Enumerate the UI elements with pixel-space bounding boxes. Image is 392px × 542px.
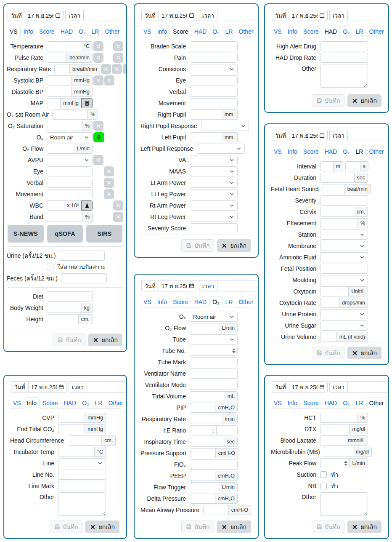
cervix-input[interactable] bbox=[320, 207, 354, 217]
tab-other[interactable]: Other bbox=[236, 296, 256, 307]
tab-info[interactable]: Info bbox=[285, 397, 300, 409]
date-value-input[interactable] bbox=[28, 12, 53, 19]
band-input[interactable] bbox=[47, 212, 82, 222]
tab-info[interactable]: Info bbox=[285, 146, 300, 157]
tab-had[interactable]: HAD bbox=[322, 146, 340, 157]
tube-no-input[interactable] bbox=[190, 346, 238, 356]
interval-input[interactable] bbox=[345, 161, 360, 171]
time-value-input[interactable] bbox=[220, 12, 259, 19]
inspiratory-time-input[interactable] bbox=[190, 437, 224, 447]
oxytocin-input[interactable] bbox=[320, 286, 349, 296]
date-value-input[interactable] bbox=[162, 12, 187, 19]
date-value-input[interactable] bbox=[292, 384, 318, 390]
urine-sugar-select[interactable] bbox=[320, 320, 368, 331]
tab-lr[interactable]: LR bbox=[92, 397, 106, 409]
tab-o2[interactable]: O₂ bbox=[340, 146, 352, 157]
date-input[interactable] bbox=[28, 381, 67, 392]
respiratory-rate-input[interactable] bbox=[190, 414, 222, 424]
save-button[interactable]: บันทึก bbox=[312, 347, 344, 359]
tab-vs[interactable]: VS bbox=[271, 26, 285, 37]
urine-input[interactable] bbox=[59, 251, 105, 261]
tab-score[interactable]: Score bbox=[170, 26, 191, 37]
right-pupil-input[interactable] bbox=[190, 109, 222, 120]
date-input[interactable] bbox=[289, 381, 328, 392]
tab-o2[interactable]: O₂ bbox=[209, 26, 222, 37]
date-input[interactable] bbox=[159, 280, 197, 291]
flask-button[interactable] bbox=[81, 200, 93, 211]
braden-scale-input[interactable] bbox=[190, 41, 238, 51]
left-pupil-input[interactable] bbox=[190, 132, 222, 142]
tab-had[interactable]: HAD bbox=[191, 296, 210, 307]
tab-o2[interactable]: O₂ bbox=[76, 26, 88, 37]
line-mark-input[interactable] bbox=[58, 481, 106, 491]
time-input[interactable] bbox=[347, 10, 389, 21]
save-button[interactable]: บันทึก bbox=[312, 94, 344, 107]
tab-had[interactable]: HAD bbox=[322, 397, 340, 409]
tab-vs[interactable]: VS bbox=[271, 397, 285, 409]
clear-movement-button[interactable] bbox=[104, 189, 114, 199]
right-pupil-response-select[interactable] bbox=[201, 121, 249, 131]
lt-arm-power-select[interactable] bbox=[190, 178, 238, 188]
clear-respiratory-rate-button[interactable] bbox=[101, 64, 111, 74]
time-value-input[interactable] bbox=[86, 12, 127, 19]
tube-no-stepper[interactable] bbox=[232, 346, 236, 356]
eye-input[interactable] bbox=[47, 166, 93, 176]
peep-input[interactable] bbox=[190, 471, 215, 481]
avpu-select[interactable] bbox=[47, 155, 93, 165]
time-value-input[interactable] bbox=[220, 283, 259, 289]
clear-systolic-bp-button[interactable] bbox=[104, 75, 114, 85]
tab-score[interactable]: Score bbox=[170, 296, 191, 307]
other-textarea[interactable] bbox=[320, 64, 368, 88]
fetal-position-input[interactable] bbox=[320, 264, 368, 274]
tab-lr[interactable]: LR bbox=[222, 26, 236, 37]
pip-input[interactable] bbox=[190, 403, 215, 413]
suction-checkbox[interactable] bbox=[320, 471, 327, 478]
qsofa-button[interactable]: qSOFA bbox=[47, 225, 83, 243]
diet-input[interactable] bbox=[47, 291, 93, 302]
time-input[interactable] bbox=[87, 381, 127, 392]
microbilirubin-mb-input[interactable] bbox=[324, 447, 353, 457]
tab-other[interactable]: Other bbox=[105, 397, 126, 409]
pulse-rate-input[interactable] bbox=[47, 53, 67, 63]
head-circumference-input[interactable] bbox=[68, 435, 102, 446]
date-value-input[interactable] bbox=[292, 12, 318, 19]
tab-o2[interactable]: O₂ bbox=[340, 26, 352, 37]
moulding-select[interactable] bbox=[320, 275, 368, 285]
hct-input[interactable] bbox=[320, 413, 358, 423]
height-input[interactable] bbox=[47, 314, 79, 324]
date-value-input[interactable] bbox=[292, 132, 318, 139]
pressure-support-input[interactable] bbox=[190, 448, 216, 458]
time-value-input[interactable] bbox=[350, 384, 389, 390]
systolic-bp-input[interactable] bbox=[47, 75, 72, 85]
map-input[interactable] bbox=[47, 98, 61, 108]
date-input[interactable] bbox=[159, 10, 197, 21]
amniotic-fluid-select[interactable] bbox=[320, 252, 368, 262]
tab-score[interactable]: Score bbox=[300, 397, 322, 409]
end-tidal-co2-input[interactable] bbox=[58, 424, 85, 434]
fio2-input[interactable] bbox=[190, 459, 238, 470]
duration-input[interactable] bbox=[320, 173, 355, 183]
tube-select[interactable] bbox=[190, 334, 238, 344]
tab-info[interactable]: Info bbox=[154, 296, 170, 307]
ventilator-mode-input[interactable] bbox=[190, 380, 238, 390]
tab-other[interactable]: Other bbox=[366, 26, 387, 37]
o2-select[interactable]: Room air bbox=[190, 312, 238, 322]
body-weight-input[interactable] bbox=[47, 303, 82, 313]
wbc-input[interactable] bbox=[47, 200, 64, 211]
clear-eye-button[interactable] bbox=[104, 166, 114, 176]
tab-o2[interactable]: O₂ bbox=[209, 296, 222, 307]
cancel-button[interactable]: ยกเลิก bbox=[347, 521, 381, 533]
o2-select[interactable]: Room air bbox=[47, 132, 93, 142]
interval-input[interactable] bbox=[320, 161, 334, 171]
tab-other[interactable]: Other bbox=[102, 26, 122, 37]
date-input[interactable] bbox=[289, 10, 328, 21]
tab-score[interactable]: Score bbox=[300, 146, 322, 157]
tab-vs[interactable]: VS bbox=[7, 26, 21, 37]
tab-other[interactable]: Other bbox=[236, 26, 256, 37]
time-input[interactable] bbox=[83, 10, 127, 21]
o2-flow-input[interactable] bbox=[47, 144, 74, 154]
incubator-temp-input[interactable] bbox=[58, 447, 95, 457]
time-input[interactable] bbox=[347, 130, 389, 141]
tab-o2[interactable]: O₂ bbox=[79, 397, 92, 409]
feces-input[interactable] bbox=[61, 273, 107, 283]
